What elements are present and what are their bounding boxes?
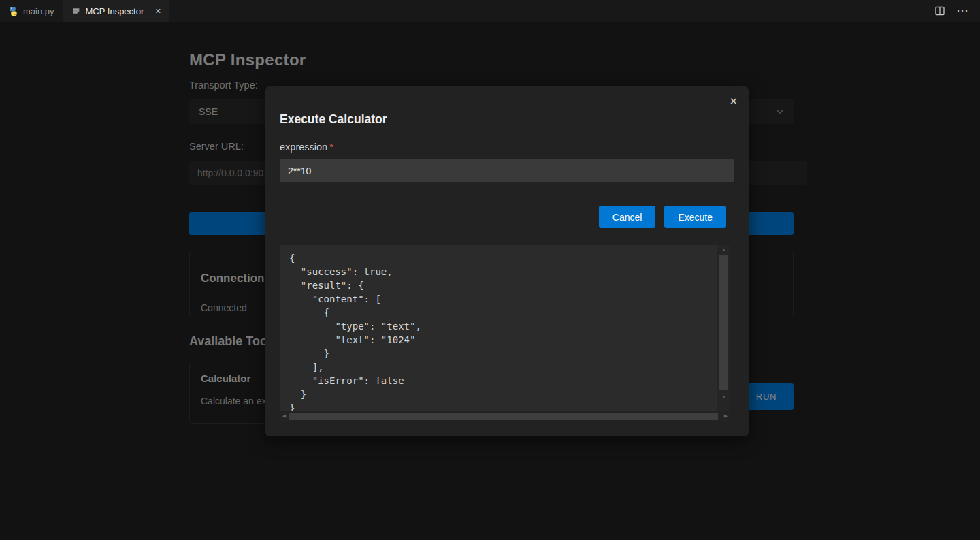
execute-calculator-modal: ✕ Execute Calculator expression* 2**10 C… xyxy=(265,86,749,436)
python-icon xyxy=(8,6,18,16)
vscode-window: main.py MCP Inspector × ⋯ MCP Inspector … xyxy=(0,0,980,540)
vertical-scroll-thumb[interactable] xyxy=(719,255,728,390)
tab-mcp-inspector[interactable]: MCP Inspector × xyxy=(63,0,170,22)
required-marker: * xyxy=(329,142,333,153)
horizontal-scrollbar[interactable]: ◀ ▶ xyxy=(280,411,730,421)
tab-main-py[interactable]: main.py xyxy=(0,0,63,22)
tab-label: main.py xyxy=(23,6,54,16)
split-editor-icon[interactable] xyxy=(934,5,945,16)
modal-close-icon[interactable]: ✕ xyxy=(729,96,738,106)
close-tab-icon[interactable]: × xyxy=(155,6,161,16)
result-json[interactable]: { "success": true, "result": { "content"… xyxy=(280,245,717,411)
scroll-up-arrow-icon[interactable]: ▲ xyxy=(717,247,730,253)
result-output: { "success": true, "result": { "content"… xyxy=(280,245,730,421)
cancel-button[interactable]: Cancel xyxy=(599,206,656,228)
modal-title: Execute Calculator xyxy=(280,112,387,127)
scroll-right-arrow-icon[interactable]: ▶ xyxy=(721,413,730,419)
expression-value: 2**10 xyxy=(288,165,311,176)
horizontal-scroll-thumb[interactable] xyxy=(289,413,718,420)
preview-icon xyxy=(71,6,81,16)
scroll-left-arrow-icon[interactable]: ◀ xyxy=(280,413,289,419)
vertical-scrollbar[interactable]: ▲ ▼ xyxy=(717,245,730,411)
more-actions-icon[interactable]: ⋯ xyxy=(956,5,969,17)
expression-label: expression* xyxy=(280,142,333,153)
expression-input[interactable]: 2**10 xyxy=(280,159,734,182)
editor-actions: ⋯ xyxy=(934,0,980,22)
execute-button[interactable]: Execute xyxy=(664,206,726,228)
scroll-down-arrow-icon[interactable]: ▼ xyxy=(717,394,730,400)
editor-tab-bar: main.py MCP Inspector × ⋯ xyxy=(0,0,980,22)
modal-buttons: Cancel Execute xyxy=(599,206,726,228)
tab-label: MCP Inspector xyxy=(86,6,144,16)
